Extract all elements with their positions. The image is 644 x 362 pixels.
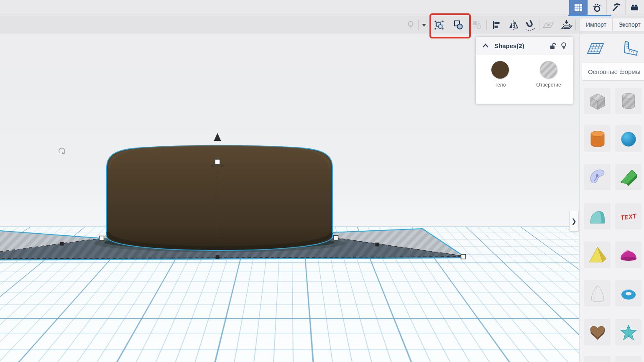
toolbar-separator [418, 20, 419, 31]
heart-thumb [586, 321, 609, 344]
ungroup-button[interactable] [451, 19, 465, 31]
mirror-button[interactable] [506, 19, 521, 31]
drop-to-workplane-icon [560, 19, 573, 31]
view-switcher [569, 0, 644, 15]
caret-down-icon [422, 23, 427, 27]
import-button[interactable]: Импорт [580, 18, 613, 31]
magnet-icon [524, 19, 536, 31]
topbar [0, 0, 644, 15]
box-hole-thumb [586, 89, 609, 113]
shape-tile-sphere[interactable] [615, 125, 641, 152]
shape-category-select[interactable]: Основные формы [582, 63, 644, 80]
shapes-inspector-panel: Shapes(2) Тело Отверстие [476, 37, 573, 104]
shapes-panel-header: Shapes(2) [476, 37, 573, 55]
shape-tile-heart[interactable] [584, 319, 611, 345]
shape-tile-box-hole[interactable] [584, 88, 611, 114]
ungroup-all-icon [472, 20, 483, 31]
lock-button[interactable] [549, 42, 556, 50]
shape-tile-cylinder[interactable] [584, 125, 611, 152]
shape-tile-text[interactable]: TEXT [615, 203, 641, 229]
group-button[interactable] [432, 19, 446, 31]
material-solid-item: Тело [476, 61, 524, 88]
paw-ball-icon [592, 3, 602, 13]
workplane-button[interactable] [541, 19, 555, 31]
shape-tile-half-sphere[interactable] [615, 242, 641, 268]
shape-tile-roof-wedge[interactable] [615, 164, 641, 190]
align-icon [491, 20, 502, 31]
round-roof-thumb [586, 205, 609, 228]
move-up-handle[interactable] [214, 133, 221, 141]
workplane-icon [542, 20, 555, 31]
solid-color-swatch[interactable] [491, 61, 509, 79]
toolbar-separator [486, 20, 487, 31]
ruler-tool-button[interactable] [618, 38, 640, 59]
grid-icon [574, 3, 583, 12]
import-button-label: Импорт [586, 21, 606, 28]
view-button-bricks[interactable] [625, 0, 644, 15]
shape-tile-round-roof[interactable] [584, 203, 611, 229]
sidebar-collapse-button[interactable]: ❯ [569, 211, 579, 232]
half-sphere-thumb [617, 243, 640, 267]
ruler-icon [619, 39, 639, 58]
cylinder-thumb [586, 127, 609, 150]
drop-to-workplane-button[interactable] [560, 19, 574, 31]
shapes-panel-body: Тело Отверстие [476, 55, 573, 88]
magnet-button[interactable] [523, 19, 537, 31]
shape-tile-star[interactable] [615, 319, 641, 345]
shape-tile-paraboloid[interactable] [584, 280, 611, 306]
text-thumb: TEXT [617, 205, 640, 228]
sphere-thumb [617, 127, 640, 150]
shape-category-label: Основные формы [588, 68, 640, 75]
toolbar-separator [539, 20, 539, 31]
roof-wedge-thumb [617, 166, 640, 189]
shape-tile-partial[interactable] [615, 356, 641, 362]
align-button[interactable] [489, 19, 503, 31]
lightbulb-icon [560, 42, 567, 50]
export-button[interactable]: Экспорт [612, 18, 644, 31]
mirror-icon [508, 20, 519, 31]
shape-tile-torus[interactable] [615, 280, 641, 306]
cylinder-hole-thumb [617, 89, 640, 113]
show-hidden-caret-button[interactable] [419, 19, 429, 31]
view-button-3d[interactable] [569, 0, 588, 15]
text-thumb-label: TEXT [620, 212, 637, 221]
material-hole-item: Отверстие [524, 61, 573, 88]
star-thumb [617, 321, 640, 344]
rotate-handle[interactable] [59, 148, 65, 154]
shape-tile-cylinder-hole[interactable] [615, 88, 641, 114]
view-button-blocks[interactable] [606, 0, 625, 15]
ungroup-all-button[interactable] [470, 19, 484, 31]
hole-swatch-label: Отверстие [536, 82, 561, 88]
pyramid-thumb [586, 243, 609, 267]
ungroup-icon [453, 20, 464, 31]
group-icon [434, 20, 445, 31]
chevron-up-icon[interactable] [482, 43, 489, 49]
export-button-label: Экспорт [618, 21, 641, 28]
chevron-right-icon: ❯ [571, 217, 577, 225]
torus-thumb [617, 282, 640, 305]
paraboloid-thumb [586, 282, 609, 305]
unlock-icon [549, 42, 556, 50]
workplane-tool-button[interactable] [585, 38, 606, 59]
show-hidden-button[interactable] [404, 19, 418, 31]
view-button-sim-lab[interactable] [588, 0, 606, 15]
shape-tile-pyramid[interactable] [584, 242, 611, 268]
hole-swatch[interactable] [540, 61, 557, 79]
solid-swatch-label: Тело [495, 82, 506, 88]
pickaxe-icon [611, 3, 621, 13]
shapes-sidebar: Основные формы [579, 34, 644, 362]
scribble-thumb [586, 166, 609, 189]
lightbulb-icon [406, 20, 416, 30]
hide-button[interactable] [560, 42, 567, 50]
toolbar-separator [575, 20, 576, 31]
shapes-panel-title: Shapes(2) [494, 42, 544, 49]
active-view-underline [568, 15, 611, 16]
brick-icon [630, 3, 640, 13]
shape-tile-partial[interactable] [584, 356, 611, 362]
toolbar: Импорт Экспорт [0, 15, 644, 34]
shape-tile-scribble[interactable] [584, 164, 611, 190]
workplane-icon [586, 39, 605, 58]
